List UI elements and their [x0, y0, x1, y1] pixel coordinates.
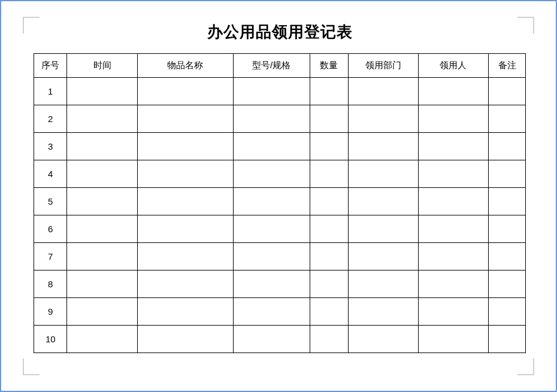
cell-note: [489, 133, 526, 160]
table-header-row: 序号 时间 物品名称 型号/规格 数量 领用部门 领用人 备注: [34, 54, 526, 78]
cell-seq: 6: [34, 215, 67, 243]
cell-item: [137, 326, 233, 353]
col-header-time: 时间: [67, 54, 137, 78]
table-row: 7: [34, 243, 526, 271]
cell-person: [418, 298, 488, 326]
cell-note: [489, 271, 526, 298]
cell-person: [418, 105, 488, 133]
cell-dept: [348, 133, 418, 160]
cell-qty: [310, 105, 348, 133]
cell-qty: [310, 326, 348, 353]
cell-model: [233, 243, 310, 271]
cell-seq: 4: [34, 160, 67, 188]
cell-time: [67, 160, 137, 188]
table-body: 1 2 3: [34, 78, 526, 353]
cell-note: [489, 215, 526, 243]
cell-item: [137, 105, 233, 133]
col-header-item: 物品名称: [137, 54, 233, 78]
cell-time: [67, 298, 137, 326]
registration-table: 序号 时间 物品名称 型号/规格 数量 领用部门 领用人 备注 1: [34, 53, 526, 353]
cell-seq: 5: [34, 188, 67, 215]
cell-item: [137, 271, 233, 298]
cell-dept: [348, 215, 418, 243]
cell-seq: 2: [34, 105, 67, 133]
cell-model: [233, 271, 310, 298]
cell-model: [233, 105, 310, 133]
cell-time: [67, 326, 137, 353]
cell-dept: [348, 298, 418, 326]
table-row: 5: [34, 188, 526, 215]
cell-item: [137, 215, 233, 243]
table-row: 2: [34, 105, 526, 133]
table-row: 3: [34, 133, 526, 160]
col-header-model: 型号/规格: [233, 54, 310, 78]
cell-time: [67, 271, 137, 298]
table-row: 8: [34, 271, 526, 298]
cell-note: [489, 243, 526, 271]
cell-model: [233, 188, 310, 215]
cell-time: [67, 133, 137, 160]
cell-seq: 9: [34, 298, 67, 326]
cell-qty: [310, 243, 348, 271]
page-title: 办公用品领用登记表: [34, 22, 526, 42]
cell-qty: [310, 133, 348, 160]
cell-time: [67, 243, 137, 271]
cell-dept: [348, 243, 418, 271]
cell-dept: [348, 271, 418, 298]
cell-person: [418, 326, 488, 353]
cell-qty: [310, 271, 348, 298]
cell-dept: [348, 326, 418, 353]
cell-note: [489, 326, 526, 353]
cell-time: [67, 105, 137, 133]
cell-person: [418, 215, 488, 243]
cell-model: [233, 133, 310, 160]
col-header-person: 领用人: [418, 54, 488, 78]
cell-seq: 8: [34, 271, 67, 298]
cell-dept: [348, 78, 418, 105]
col-header-seq: 序号: [34, 54, 67, 78]
cell-qty: [310, 160, 348, 188]
cell-dept: [348, 188, 418, 215]
cell-item: [137, 160, 233, 188]
cell-qty: [310, 298, 348, 326]
cell-item: [137, 133, 233, 160]
cell-person: [418, 78, 488, 105]
cell-time: [67, 188, 137, 215]
cell-time: [67, 215, 137, 243]
table-row: 1: [34, 78, 526, 105]
cell-model: [233, 78, 310, 105]
cell-person: [418, 271, 488, 298]
cell-model: [233, 160, 310, 188]
cell-person: [418, 160, 488, 188]
cell-time: [67, 78, 137, 105]
cell-seq: 1: [34, 78, 67, 105]
cell-seq: 3: [34, 133, 67, 160]
table-row: 6: [34, 215, 526, 243]
cell-note: [489, 160, 526, 188]
cell-item: [137, 243, 233, 271]
cell-item: [137, 188, 233, 215]
cell-note: [489, 105, 526, 133]
cell-qty: [310, 188, 348, 215]
table-row: 10: [34, 326, 526, 353]
cell-note: [489, 188, 526, 215]
cell-person: [418, 133, 488, 160]
cell-person: [418, 188, 488, 215]
table-row: 9: [34, 298, 526, 326]
cell-model: [233, 326, 310, 353]
cell-dept: [348, 160, 418, 188]
cell-person: [418, 243, 488, 271]
document-page: 办公用品领用登记表 序号 时间 物品名称 型号/规格 数量 领用部门 领用人 备…: [1, 1, 556, 391]
cell-seq: 7: [34, 243, 67, 271]
cell-item: [137, 298, 233, 326]
cell-model: [233, 298, 310, 326]
cell-seq: 10: [34, 326, 67, 353]
cell-qty: [310, 78, 348, 105]
cell-model: [233, 215, 310, 243]
col-header-qty: 数量: [310, 54, 348, 78]
cell-qty: [310, 215, 348, 243]
col-header-dept: 领用部门: [348, 54, 418, 78]
cell-note: [489, 298, 526, 326]
col-header-note: 备注: [489, 54, 526, 78]
cell-note: [489, 78, 526, 105]
